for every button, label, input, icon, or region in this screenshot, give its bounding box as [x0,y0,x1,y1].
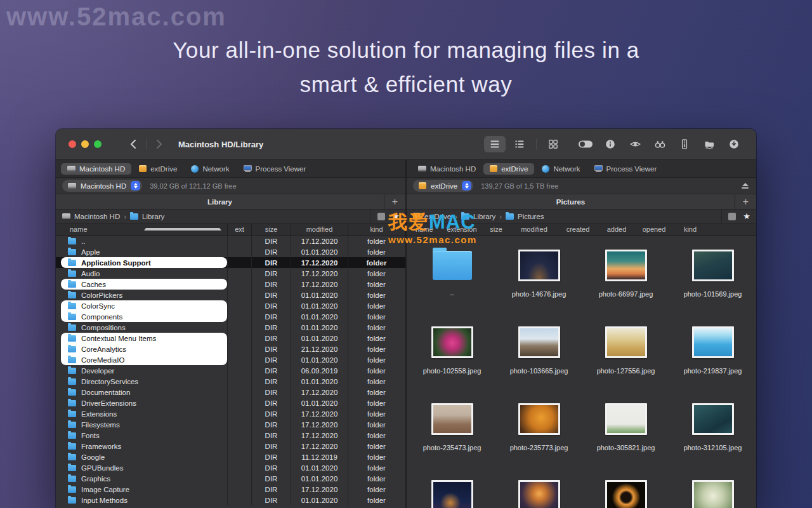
file-row[interactable]: DocumentationDIR17.12.2020folder [56,387,405,398]
grid-item-photo[interactable]: photo-103665.jpeg [495,321,582,398]
brief-view-button[interactable] [509,136,530,152]
file-row[interactable]: ColorPickersDIR01.01.2020folder [56,290,405,300]
grid-item-photo[interactable]: photo-127556.jpeg [582,321,669,398]
file-row[interactable]: GPUBundlesDIR01.01.2020folder [56,462,405,473]
stop-button[interactable] [728,213,736,220]
kind-cell: folder [348,365,405,376]
name-selection: Apple [61,246,227,257]
volume-tab-macintosh-hd[interactable]: Macintosh HD [61,163,131,175]
forward-button[interactable] [155,139,163,149]
grid-item-photo[interactable] [669,475,756,508]
column-header-modified[interactable]: modified [291,224,348,235]
file-row[interactable]: GoogleDIR11.12.2019folder [56,451,405,462]
column-header-modified[interactable]: modified [512,224,556,235]
column-header-added[interactable]: added [599,224,634,235]
file-row[interactable]: Contextual Menu ItemsDIR01.01.2020folder [56,333,405,344]
right-drive-selector[interactable]: extDrive [413,180,473,192]
grid-item-photo[interactable]: photo-102558.jpeg [409,321,495,398]
volume-tab-network[interactable]: Network [185,163,235,175]
name-selection: Compositions [61,322,227,333]
favorite-star-icon[interactable] [743,211,750,221]
thumbnail-grid: ..photo-14676.jpegphoto-66997.jpegphoto-… [407,236,756,508]
file-row[interactable]: Input MethodsDIR01.01.2020folder [56,495,405,505]
grid-item-photo[interactable]: photo-235473.jpeg [409,398,495,475]
preview-eye-button[interactable] [624,136,646,152]
file-row[interactable]: CoreMediaIODIR01.01.2020folder [56,354,405,365]
add-tab-button[interactable]: + [735,194,756,209]
grid-item-photo[interactable]: photo-66997.jpeg [582,244,669,321]
column-header-name[interactable]: name [56,224,227,235]
volume-tab-network[interactable]: Network [535,163,586,175]
column-header-ext[interactable]: ext [227,224,251,235]
eject-button[interactable] [742,183,749,189]
breadcrumb-item[interactable]: Pictures [506,213,544,220]
left-drive-selector[interactable]: Macintosh HD [62,180,142,192]
volume-tab-macintosh-hd[interactable]: Macintosh HD [412,163,482,175]
modified-cell: 17.12.2020 [291,236,348,246]
grid-item-photo[interactable]: photo-312105.jpeg [669,398,756,475]
back-button[interactable] [129,139,137,149]
file-row[interactable]: FrameworksDIR17.12.2020folder [56,441,405,451]
folder-icon [68,281,76,288]
column-header-size[interactable]: size [480,224,512,235]
file-row[interactable]: FilesystemsDIR17.12.2020folder [56,419,405,430]
breadcrumb-item[interactable]: Macintosh HD [62,213,120,220]
file-row[interactable]: Image CaptureDIR17.12.2020folder [56,484,405,495]
thumb-view-button[interactable] [542,136,564,152]
breadcrumb-separator [120,213,130,220]
network-share-button[interactable] [698,136,720,152]
minimize-window-button[interactable] [81,140,89,148]
file-row[interactable]: DriverExtensionsDIR01.01.2020folder [56,398,405,408]
column-header-created[interactable]: created [556,224,599,235]
file-row[interactable]: GraphicsDIR01.01.2020folder [56,473,405,484]
volume-tab-extdrive[interactable]: extDrive [133,163,183,175]
volume-tab-process-viewer[interactable]: Process Viewer [237,163,313,175]
file-row[interactable]: ExtensionsDIR17.12.2020folder [56,408,405,419]
file-row[interactable]: ColorSyncDIR01.01.2020folder [56,300,405,311]
column-header-size[interactable]: size [251,224,291,235]
folder-tab-title[interactable]: Library [56,194,384,209]
grid-item-parent-folder[interactable]: .. [409,244,495,321]
breadcrumb-item[interactable]: Library [130,213,164,220]
search-binoculars-button[interactable] [649,136,671,152]
volume-tab-process-viewer[interactable]: Process Viewer [588,163,664,175]
close-window-button[interactable] [69,140,76,148]
grid-item-photo[interactable] [409,475,495,508]
file-row[interactable]: AudioDIR17.12.2020folder [56,268,405,279]
file-row[interactable]: CachesDIR17.12.2020folder [56,279,405,290]
add-tab-button[interactable]: + [384,194,405,209]
folder-icon [68,476,76,482]
free-space-label: 39,02 GB of 121,12 GB free [150,182,236,190]
folder-icon [68,389,76,396]
archive-button[interactable] [674,136,695,152]
download-button[interactable] [723,136,745,152]
grid-item-photo[interactable] [495,475,582,508]
file-row[interactable]: FontsDIR17.12.2020folder [56,430,405,441]
kind-cell: folder [348,473,405,484]
zoom-window-button[interactable] [94,140,102,148]
grid-item-photo[interactable]: photo-101569.jpeg [669,244,756,321]
file-row[interactable]: AppleDIR01.01.2020folder [56,246,405,257]
file-row[interactable]: ComponentsDIR01.01.2020folder [56,311,405,322]
grid-item-photo[interactable] [582,475,669,508]
dual-pane-toggle-button[interactable] [575,136,596,152]
file-row[interactable]: CompositionsDIR01.01.2020folder [56,322,405,333]
info-button[interactable] [599,136,621,152]
file-row[interactable]: ..DIR17.12.2020folder [56,236,405,246]
list-view-button[interactable] [484,136,506,152]
modified-cell: 01.01.2020 [291,290,348,300]
grid-item-photo[interactable]: photo-219837.jpeg [669,321,756,398]
stop-button[interactable] [377,213,385,220]
name-selection: Components [61,311,227,322]
file-row[interactable]: DirectoryServicesDIR01.01.2020folder [56,376,405,387]
grid-item-photo[interactable]: photo-14676.jpeg [495,244,582,321]
volume-tab-extdrive[interactable]: extDrive [483,163,534,175]
column-header-kind[interactable]: kind [674,224,706,235]
grid-item-photo[interactable]: photo-305821.jpeg [582,398,669,475]
file-row[interactable]: CoreAnalyticsDIR21.12.2020folder [56,344,405,354]
folder-tab-title[interactable]: Pictures [407,194,735,209]
file-row[interactable]: DeveloperDIR06.09.2019folder [56,365,405,376]
file-row[interactable]: Application SupportDIR17.12.2020folder [56,257,405,268]
column-header-opened[interactable]: opened [634,224,674,235]
grid-item-photo[interactable]: photo-235773.jpeg [495,398,582,475]
